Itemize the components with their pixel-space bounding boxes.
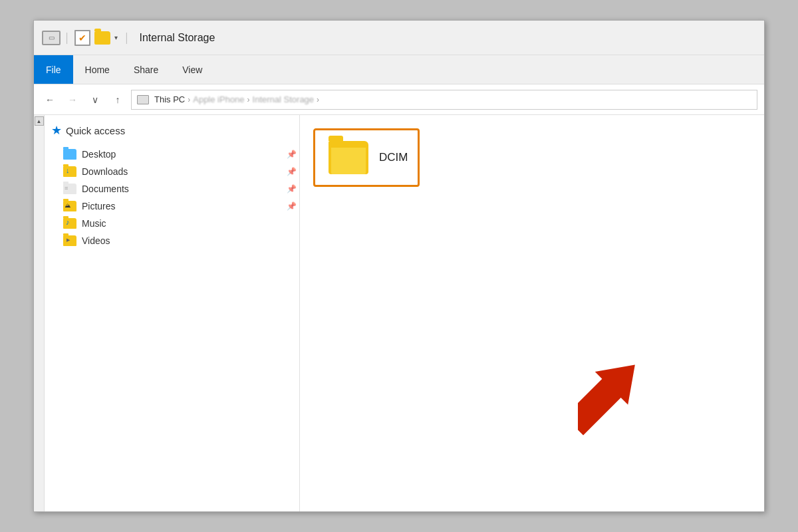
sidebar-item-videos[interactable]: Videos: [51, 232, 299, 249]
sidebar-label-videos: Videos: [82, 235, 297, 246]
sidebar-label-music: Music: [82, 218, 297, 229]
downloads-folder-icon: [63, 166, 76, 177]
red-arrow-svg: [578, 336, 711, 469]
title-icons: ▭ │ ✔ ▾ │: [42, 30, 130, 46]
sidebar-item-downloads[interactable]: Downloads 📌: [51, 163, 299, 180]
sidebar: ▲ ★ Quick access Desktop 📌 Downloads 📌: [34, 115, 300, 511]
separator-2: │: [124, 33, 130, 43]
pin-icon-pictures: 📌: [287, 201, 297, 211]
sidebar-label-desktop: Desktop: [82, 149, 281, 160]
videos-folder-icon: [63, 235, 76, 246]
forward-button[interactable]: →: [63, 90, 82, 109]
title-dropdown-arrow[interactable]: ▾: [114, 34, 118, 41]
pictures-folder-icon: [63, 201, 76, 211]
breadcrumb-internal-storage: Internal Storage: [253, 94, 315, 104]
back-button[interactable]: ←: [41, 90, 59, 109]
sidebar-scrollbar[interactable]: ▲: [34, 115, 45, 511]
dropdown-button[interactable]: ∨: [86, 90, 104, 109]
tab-file[interactable]: File: [34, 55, 73, 84]
quick-access-header: ★ Quick access: [51, 122, 299, 139]
pin-icon-downloads: 📌: [287, 167, 297, 176]
tab-share[interactable]: Share: [122, 55, 170, 84]
folder-dcim-icon-inner: [331, 148, 366, 174]
sidebar-label-documents: Documents: [82, 184, 281, 194]
sidebar-content: ★ Quick access Desktop 📌 Downloads 📌 Doc…: [45, 115, 299, 511]
address-bar[interactable]: This PC › Apple iPhone › Internal Storag…: [131, 90, 757, 110]
sidebar-item-pictures[interactable]: Pictures 📌: [51, 198, 299, 215]
sep-2: ›: [247, 95, 250, 104]
sidebar-label-pictures: Pictures: [82, 201, 281, 211]
sep-1: ›: [188, 95, 190, 104]
documents-folder-icon: [63, 184, 76, 194]
red-arrow-annotation: [578, 336, 711, 471]
tab-home[interactable]: Home: [73, 55, 122, 84]
sidebar-item-desktop[interactable]: Desktop 📌: [51, 146, 299, 163]
separator-1: │: [65, 33, 70, 43]
folder-dcim[interactable]: DCIM: [313, 128, 420, 187]
explorer-window: ▭ │ ✔ ▾ │ Internal Storage File Home Sha…: [33, 20, 765, 512]
quick-access-label: Quick access: [66, 125, 125, 136]
sep-3: ›: [317, 95, 319, 104]
ribbon: File Home Share View: [34, 55, 764, 84]
tab-view[interactable]: View: [170, 55, 214, 84]
star-icon: ★: [51, 123, 62, 138]
pin-icon-desktop: 📌: [287, 150, 297, 159]
folder-dcim-inner: DCIM: [313, 128, 420, 187]
svg-marker-0: [578, 348, 652, 442]
pin-icon-documents: 📌: [287, 184, 297, 194]
scroll-up-button[interactable]: ▲: [35, 116, 44, 126]
sidebar-item-music[interactable]: Music: [51, 215, 299, 232]
folder-dcim-icon: [329, 141, 368, 174]
check-icon: ✔: [74, 30, 90, 46]
nav-bar: ← → ∨ ↑ This PC › Apple iPhone › Interna…: [34, 84, 764, 115]
sidebar-label-downloads: Downloads: [82, 166, 281, 177]
up-button[interactable]: ↑: [108, 90, 127, 109]
sidebar-item-documents[interactable]: Documents 📌: [51, 180, 299, 198]
content-pane: DCIM: [300, 115, 764, 511]
folder-dcim-label: DCIM: [379, 151, 408, 164]
hdd-icon: ▭: [42, 31, 61, 45]
hdd-addr-icon: [137, 95, 149, 104]
folder-icon-title: [94, 31, 110, 45]
music-folder-icon: [63, 218, 76, 229]
main-area: ▲ ★ Quick access Desktop 📌 Downloads 📌: [34, 115, 764, 511]
breadcrumb-iphone: Apple iPhone: [193, 94, 244, 104]
desktop-folder-icon: [63, 149, 76, 160]
breadcrumb-this-pc: This PC: [154, 94, 185, 104]
title-bar: ▭ │ ✔ ▾ │ Internal Storage: [34, 21, 764, 55]
window-title: Internal Storage: [140, 32, 215, 44]
